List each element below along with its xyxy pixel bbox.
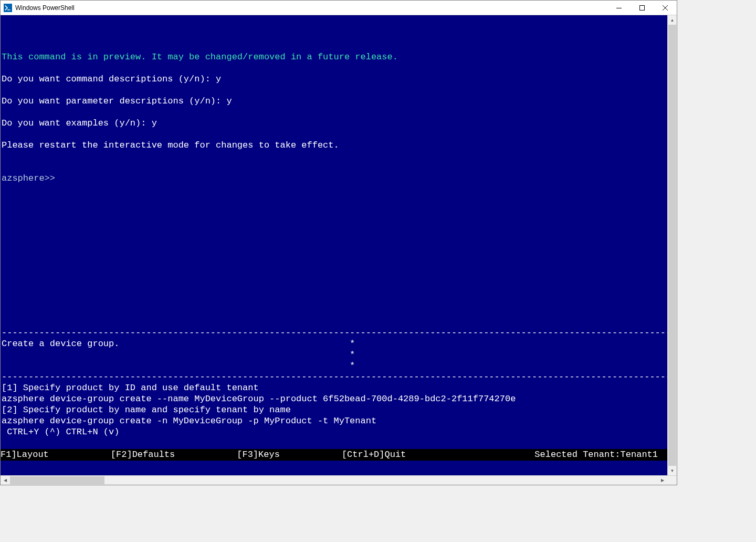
scroll-up-icon[interactable]: ▲ bbox=[668, 15, 677, 25]
svg-rect-2 bbox=[640, 5, 645, 10]
star-icon: * bbox=[350, 339, 355, 349]
vscroll-track[interactable] bbox=[668, 25, 677, 466]
example1-label: [1] Specify product by ID and use defaul… bbox=[2, 383, 259, 393]
window-title: Windows PowerShell bbox=[15, 4, 75, 12]
hscroll-track[interactable] bbox=[10, 476, 658, 485]
star-icon: * bbox=[350, 350, 355, 360]
client-area: This command is in preview. It may be ch… bbox=[1, 15, 677, 475]
status-bar: F1]Layout [F2]Defaults [F3]Keys [Ctrl+D]… bbox=[1, 449, 667, 461]
hscroll-thumb[interactable] bbox=[10, 476, 104, 484]
prompt-cmd-desc: Do you want command descriptions (y/n): … bbox=[2, 74, 221, 84]
star-icon: * bbox=[350, 361, 355, 371]
status-f1[interactable]: F1]Layout bbox=[1, 449, 49, 461]
scroll-left-icon[interactable]: ◀ bbox=[1, 476, 10, 485]
prompt-param-desc: Do you want parameter descriptions (y/n)… bbox=[2, 96, 232, 106]
horizontal-scrollbar[interactable]: ◀ ▶ bbox=[1, 475, 677, 485]
example2-label: [2] Specify product by name and specify … bbox=[2, 405, 291, 415]
example1-cmd: azsphere device-group create --name MyDe… bbox=[2, 394, 516, 404]
svg-rect-0 bbox=[7, 9, 10, 10]
scroll-down-icon[interactable]: ▼ bbox=[668, 466, 677, 475]
help-title: Create a device group. bbox=[2, 339, 119, 349]
dash-line: ----------------------------------------… bbox=[2, 372, 667, 382]
vscroll-thumb[interactable] bbox=[668, 25, 676, 466]
restart-msg: Please restart the interactive mode for … bbox=[2, 140, 339, 150]
shell-prompt: azsphere>> bbox=[2, 173, 55, 183]
dash-line: ----------------------------------------… bbox=[2, 328, 667, 338]
status-tenant: Selected Tenant:Tenant1 bbox=[534, 449, 658, 461]
nav-hint: CTRL+Y (^) CTRL+N (v) bbox=[2, 427, 119, 437]
example2-cmd: azsphere device-group create -n MyDevice… bbox=[2, 416, 376, 426]
powershell-window: Windows PowerShell This command is in pr… bbox=[0, 0, 677, 485]
prompt-examples: Do you want examples (y/n): y bbox=[2, 118, 157, 128]
minimize-button[interactable] bbox=[607, 1, 631, 15]
terminal-blank bbox=[1, 461, 667, 475]
powershell-icon bbox=[4, 4, 12, 12]
status-f2[interactable]: [F2]Defaults bbox=[111, 449, 175, 461]
status-f3[interactable]: [F3]Keys bbox=[237, 449, 280, 461]
scroll-corner bbox=[667, 476, 677, 485]
close-button[interactable] bbox=[654, 1, 677, 15]
scroll-right-icon[interactable]: ▶ bbox=[658, 476, 667, 485]
vertical-scrollbar[interactable]: ▲ ▼ bbox=[667, 15, 677, 475]
titlebar: Windows PowerShell bbox=[1, 1, 677, 15]
maximize-button[interactable] bbox=[631, 1, 654, 15]
svg-rect-1 bbox=[616, 8, 622, 8]
terminal-content: This command is in preview. It may be ch… bbox=[1, 37, 667, 460]
status-quit[interactable]: [Ctrl+D]Quit bbox=[342, 449, 406, 461]
preview-warning: This command is in preview. It may be ch… bbox=[2, 52, 398, 62]
terminal[interactable]: This command is in preview. It may be ch… bbox=[1, 15, 667, 475]
